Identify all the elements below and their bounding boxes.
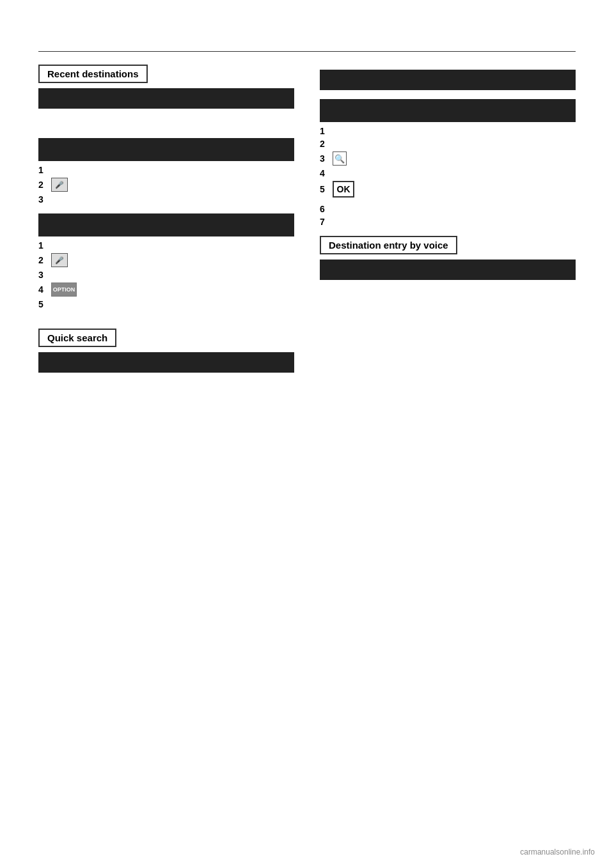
list-item: 1 <box>38 240 294 251</box>
quick-search-header: Quick search <box>38 329 116 347</box>
list-item: 2 🎤 <box>38 253 294 267</box>
page-container: Recent destinations 1 2 🎤 <box>0 0 614 868</box>
list-1: 1 2 🎤 3 <box>38 165 294 205</box>
list-item: 6 <box>320 204 576 214</box>
destination-by-voice-section: Destination entry by voice <box>320 236 576 280</box>
voice-section-bar <box>320 260 576 280</box>
recent-destinations-header: Recent destinations <box>38 65 148 83</box>
list-item: 1 <box>320 126 576 136</box>
recent-destinations-section: Recent destinations <box>38 65 294 109</box>
right-bar-top <box>320 70 576 90</box>
list-item: 3 <box>38 270 294 280</box>
right-section-block: 1 2 3 🔍 4 5 <box>320 99 576 227</box>
section1-bar <box>38 138 294 161</box>
destination-by-voice-label: Destination entry by voice <box>329 240 448 251</box>
option-icon: OPTION <box>51 283 77 297</box>
search-icon: 🔍 <box>333 151 347 166</box>
section-block-2: 1 2 🎤 3 4 OPTION <box>38 213 294 309</box>
list-item: 4 <box>320 168 576 178</box>
main-content: Recent destinations 1 2 🎤 <box>0 65 614 382</box>
quick-search-section: Quick search <box>38 329 294 373</box>
list-item: 2 <box>320 139 576 149</box>
destination-by-voice-header: Destination entry by voice <box>320 236 457 254</box>
list-item: 5 <box>38 299 294 309</box>
list-item: 7 <box>320 217 576 227</box>
list-2: 1 2 🎤 3 4 OPTION <box>38 240 294 309</box>
section-block-1: 1 2 🎤 3 <box>38 138 294 205</box>
recent-destinations-label: Recent destinations <box>47 68 139 79</box>
horizontal-divider <box>38 51 576 52</box>
section2-bar <box>38 213 294 236</box>
list-item: 5 OK <box>320 181 576 198</box>
mic-icon: 🎤 <box>51 178 68 192</box>
left-column: Recent destinations 1 2 🎤 <box>38 65 294 382</box>
quick-search-label: Quick search <box>47 332 107 343</box>
list-item: 2 🎤 <box>38 178 294 192</box>
list-item: 1 <box>38 165 294 175</box>
list-item: 3 🔍 <box>320 151 576 166</box>
list-item: 3 <box>38 194 294 205</box>
right-section-bar <box>320 99 576 122</box>
ok-icon: OK <box>333 181 354 198</box>
right-column: 1 2 3 🔍 4 5 <box>320 65 576 382</box>
recent-destinations-bar <box>38 88 294 109</box>
list-item: 4 OPTION <box>38 283 294 297</box>
right-list: 1 2 3 🔍 4 5 <box>320 126 576 227</box>
watermark: carmanualsonline.info <box>520 848 595 856</box>
mic-icon-2: 🎤 <box>51 253 68 267</box>
quick-search-bar <box>38 352 294 373</box>
